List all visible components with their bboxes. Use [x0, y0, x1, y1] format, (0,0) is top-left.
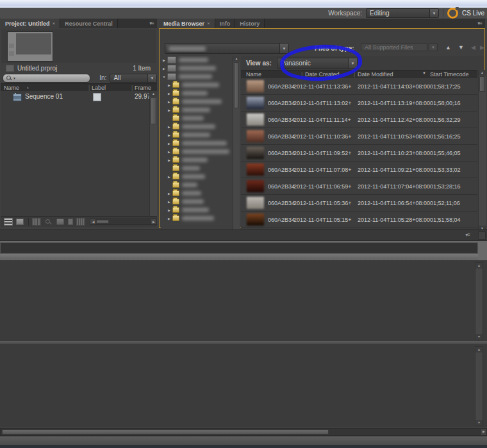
- tab-media-browser[interactable]: Media Browser ×: [159, 19, 215, 28]
- scroll-up-icon[interactable]: ▲: [479, 70, 486, 76]
- tree-item-folder[interactable]: ▶: [161, 147, 240, 156]
- scroll-left-icon[interactable]: ◀: [90, 219, 95, 224]
- close-icon[interactable]: ×: [207, 21, 210, 26]
- table-row[interactable]: 060A2B342012-11-04T11:07:08+2012-11-04T1…: [241, 162, 477, 178]
- collapsed-arrow-icon[interactable]: ▶: [161, 58, 167, 62]
- scroll-up-icon[interactable]: ▲: [475, 263, 483, 269]
- tree-item-folder[interactable]: ▶: [161, 81, 240, 89]
- collapsed-arrow-icon[interactable]: ▶: [166, 158, 172, 162]
- collapsed-arrow-icon[interactable]: ▶: [166, 142, 172, 145]
- clear-icon[interactable]: [77, 219, 85, 225]
- tree-item-drive[interactable]: ▼: [161, 72, 240, 81]
- new-bin-icon[interactable]: [56, 219, 64, 225]
- close-icon[interactable]: ×: [53, 21, 56, 26]
- collapsed-arrow-icon[interactable]: ▶: [166, 217, 172, 220]
- column-date-modified[interactable]: Date Modified: [358, 71, 393, 78]
- list-view-icon[interactable]: [4, 219, 12, 225]
- chevron-down-icon[interactable]: ▼: [279, 44, 288, 53]
- collapsed-arrow-icon[interactable]: ▶: [166, 150, 172, 154]
- collapsed-arrow-icon[interactable]: ▶: [166, 192, 172, 195]
- find-icon[interactable]: [44, 219, 52, 225]
- collapsed-arrow-icon[interactable]: ▶: [166, 108, 172, 112]
- back-icon[interactable]: ◀: [471, 44, 475, 51]
- scroll-up-icon[interactable]: ▲: [233, 56, 240, 62]
- tree-item-folder[interactable]: ▶: [161, 122, 240, 131]
- collapsed-arrow-icon[interactable]: ▶: [166, 208, 172, 212]
- up-directory-icon[interactable]: ▲: [445, 44, 451, 51]
- chevron-down-icon[interactable]: ▼: [147, 74, 156, 82]
- project-list-vscrollbar[interactable]: ▲: [149, 91, 157, 216]
- tree-item-folder[interactable]: ▶: [161, 106, 240, 114]
- scroll-down-icon[interactable]: ▼: [475, 420, 483, 426]
- tree-item-drive[interactable]: ▶: [161, 56, 240, 64]
- table-row[interactable]: 060A2B342012-11-04T11:05:36+2012-11-04T1…: [241, 195, 477, 212]
- media-list-vscrollbar[interactable]: ▲ ▼: [478, 70, 486, 231]
- collapsed-arrow-icon[interactable]: ▶: [166, 133, 172, 137]
- scroll-up-icon[interactable]: ▲: [150, 91, 157, 97]
- timeline-hscrollbar[interactable]: ▶: [0, 428, 487, 436]
- column-frame-rate[interactable]: Frame Rate: [135, 85, 151, 91]
- automate-to-sequence-icon[interactable]: [33, 219, 40, 225]
- collapsed-arrow-icon[interactable]: ▶: [166, 200, 172, 204]
- tree-item-folder[interactable]: ▶: [161, 214, 240, 222]
- chevron-down-icon[interactable]: ▼: [429, 9, 438, 17]
- expanded-arrow-icon[interactable]: ▼: [161, 75, 167, 79]
- icon-view-icon[interactable]: [16, 219, 24, 225]
- forward-icon[interactable]: ▶: [480, 44, 484, 51]
- tree-item-folder[interactable]: ▶: [161, 206, 240, 214]
- column-label[interactable]: Label: [92, 85, 106, 91]
- panel-corner-button[interactable]: [478, 231, 486, 240]
- collapsed-arrow-icon[interactable]: ▶: [166, 100, 172, 104]
- video-tracks-vscrollbar[interactable]: ▲ ▼: [475, 262, 483, 340]
- panel-menu-icon[interactable]: ▾≡: [146, 19, 157, 28]
- project-hscrollbar[interactable]: ◀ ▶: [90, 219, 157, 225]
- scroll-right-icon[interactable]: ▶: [481, 429, 486, 435]
- scroll-right-icon[interactable]: ▶: [151, 219, 156, 224]
- table-row-sequence[interactable]: Sequence 01 29.97 fps: [1, 92, 149, 101]
- sort-desc-icon[interactable]: ▼: [422, 71, 426, 75]
- search-in-dropdown[interactable]: All ▼: [110, 74, 157, 83]
- tree-item-folder[interactable]: [161, 181, 240, 189]
- current-folder-dropdown[interactable]: ▼: [165, 43, 289, 54]
- panel-menu-icon[interactable]: ▾≡: [462, 232, 473, 238]
- tree-item-folder[interactable]: ▶: [161, 197, 240, 206]
- collapsed-arrow-icon[interactable]: ▶: [161, 67, 167, 71]
- chevron-down-icon[interactable]: ▼: [13, 76, 16, 80]
- tree-item-folder[interactable]: ▶: [161, 97, 240, 106]
- collapsed-arrow-icon[interactable]: ▶: [166, 92, 172, 95]
- tab-info[interactable]: Info: [215, 19, 236, 28]
- label-color-swatch[interactable]: [93, 93, 101, 101]
- column-name[interactable]: Name: [246, 71, 261, 78]
- tree-item-folder[interactable]: ▶: [161, 172, 240, 181]
- tab-resource-central[interactable]: Resource Central: [60, 19, 118, 28]
- collapsed-arrow-icon[interactable]: ▶: [166, 125, 172, 129]
- tree-item-folder[interactable]: ▶: [161, 131, 240, 139]
- tree-vscrollbar[interactable]: ▲ ▼: [233, 56, 240, 237]
- table-row[interactable]: 060A2B342012-11-04T11:13:02+2012-11-04T1…: [241, 95, 477, 112]
- down-directory-icon[interactable]: ▼: [458, 44, 464, 51]
- table-row[interactable]: 060A2B342012-11-04T11:13:36+2012-11-04T1…: [241, 78, 477, 95]
- tree-item-folder[interactable]: ▶: [161, 89, 240, 97]
- tree-item-folder[interactable]: [161, 164, 240, 172]
- table-row[interactable]: 060A2B342012-11-04T11:10:36+2012-11-04T1…: [241, 128, 477, 145]
- table-row[interactable]: 060A2B342012-11-04T11:09:52+2012-11-04T1…: [241, 145, 477, 162]
- table-row[interactable]: 060A2B342012-11-04T11:06:59+2012-11-04T1…: [241, 178, 477, 195]
- files-of-type-dropdown[interactable]: All Supported Files: [361, 43, 427, 51]
- tab-project-untitled[interactable]: Project: Untitled ×: [1, 19, 60, 28]
- tree-item-folder[interactable]: ▶: [161, 139, 240, 147]
- new-item-icon[interactable]: [68, 219, 74, 225]
- table-row[interactable]: 060A2B342012-11-04T11:05:15+2012-11-04T1…: [241, 212, 477, 228]
- scroll-up-icon[interactable]: ▲: [475, 347, 483, 353]
- audio-tracks-vscrollbar[interactable]: ▲ ▼: [475, 346, 483, 426]
- column-name[interactable]: Name: [4, 85, 19, 91]
- scroll-down-icon[interactable]: ▼: [475, 334, 483, 340]
- collapsed-arrow-icon[interactable]: ▶: [166, 175, 172, 179]
- tree-item-folder[interactable]: [161, 114, 240, 122]
- tree-item-drive[interactable]: ▶: [161, 64, 240, 72]
- workspace-dropdown[interactable]: Editing ▼: [366, 8, 439, 18]
- collapsed-arrow-icon[interactable]: ▶: [166, 83, 172, 87]
- search-input[interactable]: ▼: [3, 74, 90, 83]
- tree-item-folder[interactable]: ▶: [161, 156, 240, 164]
- table-row[interactable]: 060A2B342012-11-04T11:11:14+2012-11-04T1…: [241, 112, 477, 128]
- cs-live-label[interactable]: CS Live: [462, 10, 484, 17]
